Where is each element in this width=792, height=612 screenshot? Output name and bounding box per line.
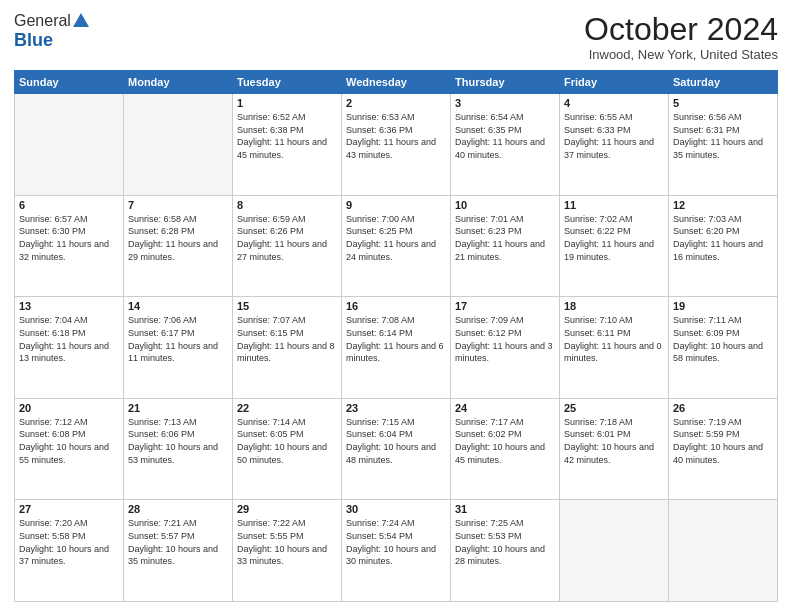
day-number: 8 <box>237 199 337 211</box>
day-info: Sunrise: 7:00 AMSunset: 6:25 PMDaylight:… <box>346 213 446 263</box>
calendar-container: General Blue October 2024 Inwood, New Yo… <box>0 0 792 612</box>
day-info: Sunrise: 7:03 AMSunset: 6:20 PMDaylight:… <box>673 213 773 263</box>
calendar-week-row: 13Sunrise: 7:04 AMSunset: 6:18 PMDayligh… <box>15 297 778 399</box>
day-info: Sunrise: 7:22 AMSunset: 5:55 PMDaylight:… <box>237 517 337 567</box>
calendar-day-cell: 24Sunrise: 7:17 AMSunset: 6:02 PMDayligh… <box>451 398 560 500</box>
day-info: Sunrise: 6:54 AMSunset: 6:35 PMDaylight:… <box>455 111 555 161</box>
day-info: Sunrise: 7:07 AMSunset: 6:15 PMDaylight:… <box>237 314 337 364</box>
calendar-day-cell: 12Sunrise: 7:03 AMSunset: 6:20 PMDayligh… <box>669 195 778 297</box>
logo: General Blue <box>14 12 89 51</box>
calendar-header-row: SundayMondayTuesdayWednesdayThursdayFrid… <box>15 71 778 94</box>
calendar-day-cell: 11Sunrise: 7:02 AMSunset: 6:22 PMDayligh… <box>560 195 669 297</box>
day-info: Sunrise: 7:08 AMSunset: 6:14 PMDaylight:… <box>346 314 446 364</box>
weekday-header: Saturday <box>669 71 778 94</box>
logo-blue-text: Blue <box>14 30 53 50</box>
day-number: 25 <box>564 402 664 414</box>
calendar-day-cell: 29Sunrise: 7:22 AMSunset: 5:55 PMDayligh… <box>233 500 342 602</box>
calendar-day-cell: 2Sunrise: 6:53 AMSunset: 6:36 PMDaylight… <box>342 94 451 196</box>
calendar-day-cell: 5Sunrise: 6:56 AMSunset: 6:31 PMDaylight… <box>669 94 778 196</box>
day-info: Sunrise: 7:21 AMSunset: 5:57 PMDaylight:… <box>128 517 228 567</box>
day-info: Sunrise: 6:57 AMSunset: 6:30 PMDaylight:… <box>19 213 119 263</box>
day-number: 27 <box>19 503 119 515</box>
day-number: 31 <box>455 503 555 515</box>
calendar-week-row: 20Sunrise: 7:12 AMSunset: 6:08 PMDayligh… <box>15 398 778 500</box>
month-title: October 2024 <box>584 12 778 47</box>
day-number: 6 <box>19 199 119 211</box>
calendar-day-cell: 21Sunrise: 7:13 AMSunset: 6:06 PMDayligh… <box>124 398 233 500</box>
day-info: Sunrise: 7:24 AMSunset: 5:54 PMDaylight:… <box>346 517 446 567</box>
calendar-day-cell: 10Sunrise: 7:01 AMSunset: 6:23 PMDayligh… <box>451 195 560 297</box>
calendar-day-cell: 23Sunrise: 7:15 AMSunset: 6:04 PMDayligh… <box>342 398 451 500</box>
day-number: 23 <box>346 402 446 414</box>
day-number: 22 <box>237 402 337 414</box>
day-number: 21 <box>128 402 228 414</box>
calendar-day-cell: 22Sunrise: 7:14 AMSunset: 6:05 PMDayligh… <box>233 398 342 500</box>
day-info: Sunrise: 6:56 AMSunset: 6:31 PMDaylight:… <box>673 111 773 161</box>
day-info: Sunrise: 7:13 AMSunset: 6:06 PMDaylight:… <box>128 416 228 466</box>
day-number: 19 <box>673 300 773 312</box>
day-number: 17 <box>455 300 555 312</box>
calendar-day-cell: 14Sunrise: 7:06 AMSunset: 6:17 PMDayligh… <box>124 297 233 399</box>
day-info: Sunrise: 7:11 AMSunset: 6:09 PMDaylight:… <box>673 314 773 364</box>
calendar-day-cell: 17Sunrise: 7:09 AMSunset: 6:12 PMDayligh… <box>451 297 560 399</box>
day-info: Sunrise: 7:15 AMSunset: 6:04 PMDaylight:… <box>346 416 446 466</box>
calendar-day-cell: 3Sunrise: 6:54 AMSunset: 6:35 PMDaylight… <box>451 94 560 196</box>
day-number: 24 <box>455 402 555 414</box>
day-number: 11 <box>564 199 664 211</box>
calendar-day-cell <box>15 94 124 196</box>
day-info: Sunrise: 7:19 AMSunset: 5:59 PMDaylight:… <box>673 416 773 466</box>
day-number: 15 <box>237 300 337 312</box>
day-number: 26 <box>673 402 773 414</box>
calendar-day-cell <box>124 94 233 196</box>
logo-general-text: General <box>14 12 71 30</box>
day-info: Sunrise: 7:25 AMSunset: 5:53 PMDaylight:… <box>455 517 555 567</box>
calendar-day-cell: 6Sunrise: 6:57 AMSunset: 6:30 PMDaylight… <box>15 195 124 297</box>
day-number: 29 <box>237 503 337 515</box>
day-number: 9 <box>346 199 446 211</box>
day-info: Sunrise: 7:12 AMSunset: 6:08 PMDaylight:… <box>19 416 119 466</box>
calendar-day-cell: 9Sunrise: 7:00 AMSunset: 6:25 PMDaylight… <box>342 195 451 297</box>
calendar-day-cell: 30Sunrise: 7:24 AMSunset: 5:54 PMDayligh… <box>342 500 451 602</box>
day-info: Sunrise: 7:17 AMSunset: 6:02 PMDaylight:… <box>455 416 555 466</box>
day-info: Sunrise: 7:09 AMSunset: 6:12 PMDaylight:… <box>455 314 555 364</box>
day-number: 10 <box>455 199 555 211</box>
day-number: 5 <box>673 97 773 109</box>
day-number: 1 <box>237 97 337 109</box>
day-info: Sunrise: 6:55 AMSunset: 6:33 PMDaylight:… <box>564 111 664 161</box>
day-info: Sunrise: 6:58 AMSunset: 6:28 PMDaylight:… <box>128 213 228 263</box>
day-info: Sunrise: 6:59 AMSunset: 6:26 PMDaylight:… <box>237 213 337 263</box>
day-info: Sunrise: 7:10 AMSunset: 6:11 PMDaylight:… <box>564 314 664 364</box>
calendar-day-cell: 7Sunrise: 6:58 AMSunset: 6:28 PMDaylight… <box>124 195 233 297</box>
calendar-day-cell: 25Sunrise: 7:18 AMSunset: 6:01 PMDayligh… <box>560 398 669 500</box>
day-info: Sunrise: 6:53 AMSunset: 6:36 PMDaylight:… <box>346 111 446 161</box>
day-info: Sunrise: 7:06 AMSunset: 6:17 PMDaylight:… <box>128 314 228 364</box>
day-number: 12 <box>673 199 773 211</box>
calendar-day-cell: 20Sunrise: 7:12 AMSunset: 6:08 PMDayligh… <box>15 398 124 500</box>
calendar-week-row: 6Sunrise: 6:57 AMSunset: 6:30 PMDaylight… <box>15 195 778 297</box>
day-info: Sunrise: 7:18 AMSunset: 6:01 PMDaylight:… <box>564 416 664 466</box>
calendar-day-cell: 16Sunrise: 7:08 AMSunset: 6:14 PMDayligh… <box>342 297 451 399</box>
day-number: 30 <box>346 503 446 515</box>
day-number: 18 <box>564 300 664 312</box>
day-info: Sunrise: 6:52 AMSunset: 6:38 PMDaylight:… <box>237 111 337 161</box>
day-number: 7 <box>128 199 228 211</box>
calendar-day-cell: 18Sunrise: 7:10 AMSunset: 6:11 PMDayligh… <box>560 297 669 399</box>
day-number: 4 <box>564 97 664 109</box>
weekday-header: Thursday <box>451 71 560 94</box>
day-number: 16 <box>346 300 446 312</box>
calendar-day-cell: 31Sunrise: 7:25 AMSunset: 5:53 PMDayligh… <box>451 500 560 602</box>
calendar-day-cell <box>669 500 778 602</box>
weekday-header: Friday <box>560 71 669 94</box>
day-number: 2 <box>346 97 446 109</box>
calendar-day-cell: 8Sunrise: 6:59 AMSunset: 6:26 PMDaylight… <box>233 195 342 297</box>
calendar-day-cell: 15Sunrise: 7:07 AMSunset: 6:15 PMDayligh… <box>233 297 342 399</box>
header: General Blue October 2024 Inwood, New Yo… <box>14 12 778 62</box>
day-info: Sunrise: 7:20 AMSunset: 5:58 PMDaylight:… <box>19 517 119 567</box>
calendar-day-cell: 1Sunrise: 6:52 AMSunset: 6:38 PMDaylight… <box>233 94 342 196</box>
calendar-day-cell: 28Sunrise: 7:21 AMSunset: 5:57 PMDayligh… <box>124 500 233 602</box>
weekday-header: Sunday <box>15 71 124 94</box>
day-info: Sunrise: 7:02 AMSunset: 6:22 PMDaylight:… <box>564 213 664 263</box>
title-block: October 2024 Inwood, New York, United St… <box>584 12 778 62</box>
weekday-header: Tuesday <box>233 71 342 94</box>
calendar-day-cell: 4Sunrise: 6:55 AMSunset: 6:33 PMDaylight… <box>560 94 669 196</box>
